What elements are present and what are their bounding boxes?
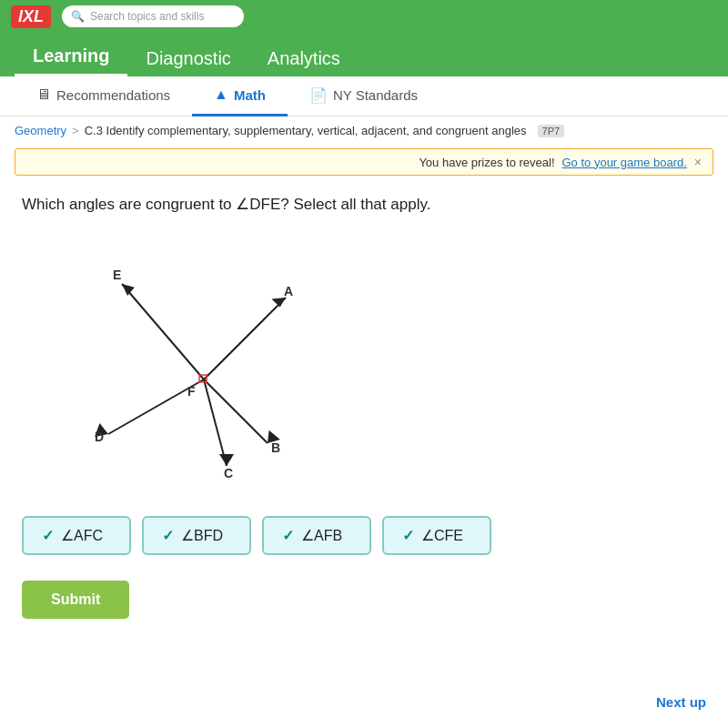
breadcrumb-title: C.3 Identify complementary, supplementar…: [85, 124, 527, 137]
tab-recommendations[interactable]: 🖥 Recommendations: [15, 76, 192, 116]
question-text: Which angles are congruent to ∠DFE? Sele…: [22, 194, 706, 216]
svg-marker-9: [219, 454, 234, 466]
main-nav: Learning Diagnostic Analytics: [0, 33, 728, 76]
breadcrumb: Geometry > C.3 Identify complementary, s…: [0, 116, 728, 145]
breadcrumb-separator: >: [72, 124, 79, 137]
choice-afc[interactable]: ✓ ∠AFC: [22, 516, 131, 555]
prize-close-button[interactable]: ×: [694, 155, 702, 169]
choice-afb-label: ∠AFB: [301, 527, 342, 544]
prize-link[interactable]: Go to your game board.: [562, 156, 687, 169]
logo: IXL: [11, 5, 51, 28]
search-bar[interactable]: 🔍 Search topics and skills: [62, 5, 244, 27]
tab-bar: 🖥 Recommendations ▲ Math 📄 NY Standards: [0, 76, 728, 116]
problem-badge: 7P7: [538, 125, 565, 137]
ny-standards-icon: 📄: [309, 86, 328, 104]
choice-cfe-label: ∠CFE: [421, 527, 463, 544]
tab-ny-standards[interactable]: 📄 NY Standards: [288, 76, 440, 116]
svg-text:D: D: [95, 430, 104, 444]
prize-text: You have prizes to reveal!: [419, 156, 554, 169]
svg-text:B: B: [271, 440, 280, 455]
svg-text:F: F: [187, 384, 196, 399]
next-up-section: Next up: [656, 694, 706, 710]
nav-learning[interactable]: Learning: [15, 38, 127, 76]
geometry-diagram: E A D B C F: [49, 234, 322, 489]
check-bfd: ✓: [162, 527, 174, 544]
answer-choices: ✓ ∠AFC ✓ ∠BFD ✓ ∠AFB ✓ ∠CFE: [22, 516, 706, 555]
recommendations-icon: 🖥: [36, 86, 51, 103]
angle-diagram-svg: E A D B C F: [49, 234, 322, 489]
top-bar: IXL 🔍 Search topics and skills: [0, 0, 728, 33]
svg-text:E: E: [113, 268, 121, 282]
check-cfe: ✓: [402, 527, 414, 544]
tab-math[interactable]: ▲ Math: [192, 76, 288, 116]
choice-bfd-label: ∠BFD: [181, 527, 223, 544]
choice-cfe[interactable]: ✓ ∠CFE: [382, 516, 491, 555]
search-placeholder: Search topics and skills: [90, 10, 204, 23]
breadcrumb-geometry[interactable]: Geometry: [15, 124, 66, 137]
choice-afc-label: ∠AFC: [61, 527, 103, 544]
choice-bfd[interactable]: ✓ ∠BFD: [142, 516, 251, 555]
svg-line-6: [204, 379, 268, 443]
nav-diagnostic[interactable]: Diagnostic: [127, 41, 248, 76]
svg-line-0: [122, 284, 204, 379]
svg-marker-1: [118, 279, 135, 296]
main-content: Which angles are congruent to ∠DFE? Sele…: [0, 179, 728, 633]
svg-line-8: [204, 379, 227, 466]
check-afc: ✓: [42, 527, 54, 544]
nav-analytics[interactable]: Analytics: [249, 41, 359, 76]
next-up-label: Next up: [656, 694, 706, 710]
submit-button[interactable]: Submit: [22, 581, 129, 619]
check-afb: ✓: [282, 527, 294, 544]
svg-text:C: C: [224, 466, 233, 480]
svg-text:A: A: [284, 284, 293, 298]
math-icon: ▲: [214, 86, 228, 103]
svg-line-2: [204, 298, 286, 379]
prize-banner: You have prizes to reveal! Go to your ga…: [15, 148, 713, 176]
choice-afb[interactable]: ✓ ∠AFB: [262, 516, 371, 555]
